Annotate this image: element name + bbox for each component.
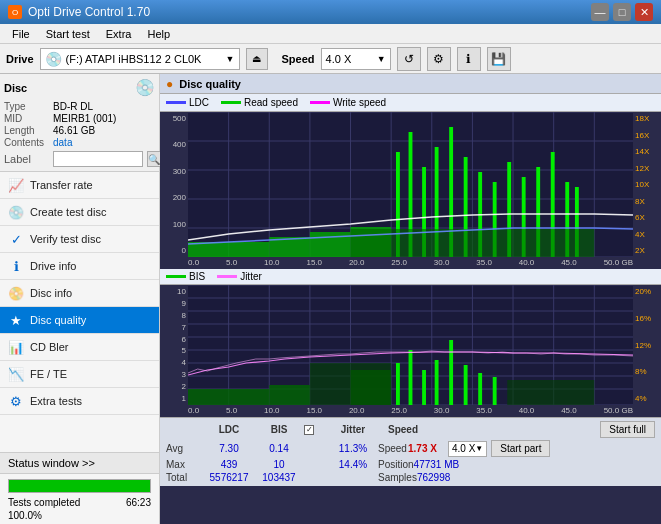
legend-ldc: LDC	[166, 97, 209, 108]
label-input[interactable]	[53, 151, 143, 167]
right-panel: ● Disc quality LDC Read speed Write spee…	[160, 74, 661, 524]
label-label: Label	[4, 153, 49, 165]
disc-quality-label: Disc quality	[30, 314, 86, 326]
progress-value: 100.0%	[8, 510, 42, 521]
stats-area: LDC BIS ✓ Jitter Speed Start full Avg 7.…	[160, 417, 661, 486]
write-color-swatch	[310, 101, 330, 104]
eject-button[interactable]: ⏏	[246, 48, 268, 70]
disc-info-icon: 📀	[8, 285, 24, 301]
create-test-disc-icon: 💿	[8, 204, 24, 220]
legend-read: Read speed	[221, 97, 298, 108]
drive-value: (F:) ATAPI iHBS112 2 CL0K	[66, 53, 222, 65]
speed-select[interactable]: 4.0 X ▼	[321, 48, 391, 70]
svg-rect-63	[478, 373, 482, 405]
sidebar-item-extra-tests[interactable]: ⚙ Extra tests	[0, 388, 159, 415]
maximize-button[interactable]: □	[613, 3, 631, 21]
max-position: 47731 MB	[414, 459, 460, 470]
speed-stat-label: Speed	[378, 443, 408, 454]
sidebar-item-create-test-disc[interactable]: 💿 Create test disc	[0, 199, 159, 226]
drive-bar: Drive 💿 (F:) ATAPI iHBS112 2 CL0K ▼ ⏏ Sp…	[0, 44, 661, 74]
save-button[interactable]: 💾	[487, 47, 511, 71]
ldc-header: LDC	[204, 424, 254, 435]
settings-button[interactable]: ⚙	[427, 47, 451, 71]
speed-dropdown-value: 4.0 X	[452, 443, 475, 454]
sidebar-item-disc-quality[interactable]: ★ Disc quality	[0, 307, 159, 334]
menu-extra[interactable]: Extra	[98, 27, 140, 41]
sidebar-item-drive-info[interactable]: ℹ Drive info	[0, 253, 159, 280]
menu-file[interactable]: File	[4, 27, 38, 41]
fe-te-label: FE / TE	[30, 368, 67, 380]
max-ldc: 439	[204, 459, 254, 470]
jitter-label: Jitter	[240, 271, 262, 282]
sidebar-item-disc-info[interactable]: 📀 Disc info	[0, 280, 159, 307]
label-btn[interactable]: 🔍	[147, 151, 161, 167]
avg-bis: 0.14	[254, 443, 304, 454]
cd-bler-label: CD Bler	[30, 341, 69, 353]
legend-jitter: Jitter	[217, 271, 262, 282]
sidebar-item-verify-test-disc[interactable]: ✓ Verify test disc	[0, 226, 159, 253]
speed-header: Speed	[378, 424, 428, 435]
progress-bar-fill	[9, 480, 150, 492]
drive-select[interactable]: 💿 (F:) ATAPI iHBS112 2 CL0K ▼	[40, 48, 240, 70]
svg-rect-66	[351, 370, 392, 405]
drive-label: Drive	[6, 53, 34, 65]
y-axis-right-2: 20% 16% 12% 8% 4%	[633, 285, 661, 405]
status-text: Tests completed	[8, 497, 80, 508]
svg-rect-60	[435, 360, 439, 405]
title-bar: O Opti Drive Control 1.70 — □ ✕	[0, 0, 661, 24]
svg-rect-62	[464, 365, 468, 405]
minimize-button[interactable]: —	[591, 3, 609, 21]
legend-bis: BIS	[166, 271, 205, 282]
refresh-button[interactable]: ↺	[397, 47, 421, 71]
chart-1-wrapper: 500 400 300 200 100 0	[160, 112, 661, 257]
legend-write: Write speed	[310, 97, 386, 108]
bis-label: BIS	[189, 271, 205, 282]
max-bis: 10	[254, 459, 304, 470]
menu-bar: File Start test Extra Help	[0, 24, 661, 44]
jitter-color-swatch	[217, 275, 237, 278]
close-button[interactable]: ✕	[635, 3, 653, 21]
status-window-button[interactable]: Status window >>	[0, 453, 159, 474]
position-label: Position	[378, 459, 414, 470]
speed-label: Speed	[282, 53, 315, 65]
chart-1-area	[188, 112, 633, 257]
ldc-label: LDC	[189, 97, 209, 108]
chart-header: ● Disc quality	[160, 74, 661, 94]
info-button[interactable]: ℹ	[457, 47, 481, 71]
chart-header-icon: ●	[166, 77, 173, 91]
svg-rect-56	[269, 385, 310, 405]
disc-title: Disc	[4, 82, 27, 94]
type-value: BD-R DL	[53, 101, 93, 112]
status-section: Status window >> Tests completed 66:23 1…	[0, 452, 159, 524]
menu-help[interactable]: Help	[139, 27, 178, 41]
svg-rect-61	[449, 340, 453, 405]
elapsed-time: 66:23	[126, 497, 151, 508]
sidebar-item-transfer-rate[interactable]: 📈 Transfer rate	[0, 172, 159, 199]
chart-2-wrapper: 10 9 8 7 6 5 4 3 2 1	[160, 285, 661, 405]
bis-color-swatch	[166, 275, 186, 278]
chart-2-svg	[188, 285, 633, 405]
cd-bler-icon: 📊	[8, 339, 24, 355]
svg-rect-34	[351, 229, 595, 257]
avg-ldc: 7.30	[204, 443, 254, 454]
avg-jitter: 11.3%	[328, 443, 378, 454]
transfer-rate-icon: 📈	[8, 177, 24, 193]
disc-section: Disc 💿 Type BD-R DL MID MEIRB1 (001) Len…	[0, 74, 159, 172]
max-label: Max	[166, 459, 204, 470]
y-axis-left-2: 10 9 8 7 6 5 4 3 2 1	[160, 285, 188, 405]
start-part-button[interactable]: Start part	[491, 440, 550, 457]
sidebar-item-fe-te[interactable]: 📉 FE / TE	[0, 361, 159, 388]
mid-value: MEIRB1 (001)	[53, 113, 116, 124]
menu-start-test[interactable]: Start test	[38, 27, 98, 41]
start-full-button[interactable]: Start full	[600, 421, 655, 438]
svg-rect-57	[396, 363, 400, 405]
left-panel: Disc 💿 Type BD-R DL MID MEIRB1 (001) Len…	[0, 74, 160, 524]
speed-dropdown[interactable]: 4.0 X ▼	[448, 441, 487, 457]
length-label: Length	[4, 125, 49, 136]
y-axis-right-1: 18X 16X 14X 12X 10X 8X 6X 4X 2X	[633, 112, 661, 257]
jitter-header: Jitter	[328, 424, 378, 435]
sidebar-item-cd-bler[interactable]: 📊 CD Bler	[0, 334, 159, 361]
jitter-checkbox[interactable]: ✓	[304, 425, 314, 435]
chart-1-svg	[188, 112, 633, 257]
svg-rect-55	[188, 389, 269, 405]
